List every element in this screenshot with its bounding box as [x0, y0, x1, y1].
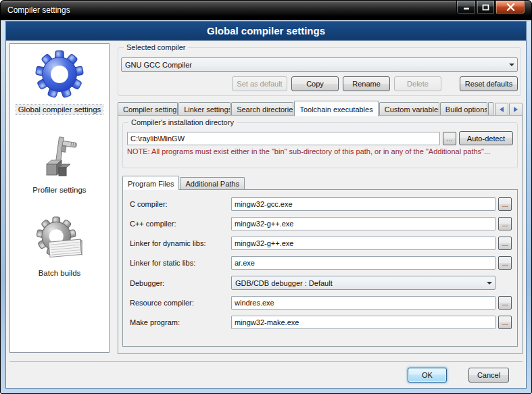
tab-custom-variables[interactable]: Custom variables: [379, 102, 439, 116]
sidebar-item-global-compiler-settings[interactable]: Global compiler settings: [10, 44, 109, 115]
browse-file-button[interactable]: ...: [498, 296, 512, 310]
browse-file-button[interactable]: ...: [498, 256, 512, 270]
field-label: Linker for static libs:: [130, 259, 231, 267]
note-text: NOTE: All programs must exist either in …: [127, 147, 513, 155]
arrow-left-icon: [499, 107, 504, 112]
compiler-settings-window: Compiler settings Global compiler settin…: [0, 0, 532, 394]
debugger-combobox[interactable]: GDB/CDB debugger : Default: [231, 276, 495, 290]
program-files-panel: C compiler: ... C++ compiler: ... Linker: [122, 189, 518, 347]
subtab-program-files[interactable]: Program Files: [122, 176, 179, 190]
tab-partial[interactable]: [488, 102, 493, 116]
tab-scroll-right-button[interactable]: [509, 103, 523, 116]
window-frame: Global compiler settings: [1, 20, 531, 393]
delete-button[interactable]: Delete: [394, 76, 441, 91]
static-linker-row: Linker for static libs: ...: [130, 256, 512, 270]
sidebar-item-label: Batch builds: [37, 268, 83, 278]
browse-file-button[interactable]: ...: [498, 197, 512, 211]
dynamic-linker-row: Linker for dynamic libs: ...: [130, 237, 512, 250]
browse-file-button[interactable]: ...: [498, 237, 512, 250]
browse-file-button[interactable]: ...: [498, 217, 512, 230]
chevron-down-icon: [506, 58, 517, 71]
gear-blue-icon: [35, 49, 84, 102]
dynamic-linker-input[interactable]: [231, 237, 495, 250]
set-as-default-button[interactable]: Set as default: [232, 76, 287, 91]
c-compiler-row: C compiler: ...: [130, 197, 512, 211]
c-compiler-input[interactable]: [231, 197, 495, 211]
field-label: C++ compiler:: [130, 220, 231, 228]
tab-scroll-left-button[interactable]: [495, 103, 508, 116]
group-label: Selected compiler: [124, 43, 188, 52]
group-label: Compiler's installation directory: [128, 118, 237, 127]
tab-linker-settings[interactable]: Linker settings: [178, 102, 231, 116]
close-button[interactable]: [495, 1, 525, 14]
tab-compiler-settings[interactable]: Compiler settings: [118, 102, 178, 116]
gear-batch-icon: [37, 216, 82, 266]
field-label: C compiler:: [130, 200, 231, 208]
installation-directory-input[interactable]: [127, 132, 440, 145]
compiler-settings-tabs: Compiler settings Linker settings Search…: [118, 100, 523, 116]
copy-button[interactable]: Copy: [291, 76, 339, 91]
field-label: Resource compiler:: [130, 299, 231, 307]
tab-toolchain-executables[interactable]: Toolchain executables: [294, 101, 378, 116]
tab-build-options[interactable]: Build options: [440, 102, 487, 116]
dialog-footer: OK Cancel: [9, 361, 523, 388]
maximize-icon: [482, 4, 489, 11]
subtab-additional-paths[interactable]: Additional Paths: [180, 177, 245, 189]
dialog-body: Global compiler settings: [5, 21, 527, 389]
debugger-row: Debugger: GDB/CDB debugger : Default: [130, 276, 512, 290]
program-tabs: Program Files Additional Paths: [122, 175, 522, 189]
window-controls: [456, 1, 525, 14]
reset-defaults-button[interactable]: Reset defaults: [460, 76, 518, 91]
maximize-button[interactable]: [477, 1, 495, 14]
field-label: Linker for dynamic libs:: [130, 239, 231, 247]
ok-button[interactable]: OK: [408, 368, 447, 383]
close-icon: [506, 3, 515, 11]
cancel-button[interactable]: Cancel: [468, 368, 509, 383]
settings-category-list: Global compiler settings: [9, 43, 110, 353]
field-label: Debugger:: [130, 279, 231, 287]
resource-compiler-row: Resource compiler: ...: [130, 296, 512, 310]
sidebar-item-batch-builds[interactable]: Batch builds: [10, 210, 109, 278]
cpp-compiler-input[interactable]: [231, 217, 495, 230]
minimize-button[interactable]: [456, 1, 476, 14]
dialog-content: Global compiler settings: [9, 43, 523, 360]
installation-directory-group: Compiler's installation directory ... Au…: [122, 122, 518, 168]
sidebar-item-label: Global compiler settings: [16, 105, 103, 114]
chevron-down-icon: [483, 276, 495, 289]
sidebar-item-label: Profiler settings: [30, 185, 88, 195]
toolchain-executables-panel: Compiler's installation directory ... Au…: [118, 115, 523, 354]
main-panel: Selected compiler GNU GCC Compiler Set a…: [118, 43, 523, 360]
make-program-row: Make program: ...: [130, 316, 512, 329]
tab-search-directories[interactable]: Search directories: [231, 102, 293, 116]
cpp-compiler-row: C++ compiler: ...: [130, 217, 512, 230]
sidebar-item-profiler-settings[interactable]: Profiler settings: [10, 130, 109, 195]
browse-directory-button[interactable]: ...: [443, 132, 456, 145]
debugger-value: GDB/CDB debugger : Default: [232, 279, 483, 287]
make-program-input[interactable]: [231, 316, 495, 329]
auto-detect-button[interactable]: Auto-detect: [459, 131, 513, 145]
selected-compiler-group: Selected compiler GNU GCC Compiler Set a…: [118, 47, 521, 96]
resource-compiler-input[interactable]: [231, 296, 495, 310]
browse-file-button[interactable]: ...: [498, 316, 512, 329]
arrow-right-icon: [513, 107, 518, 112]
titlebar: Compiler settings: [1, 1, 531, 20]
window-title: Compiler settings: [7, 1, 70, 20]
caliper-icon: [38, 135, 81, 182]
field-label: Make program:: [130, 318, 231, 326]
selected-compiler-value: GNU GCC Compiler: [122, 61, 506, 69]
rename-button[interactable]: Rename: [343, 76, 390, 91]
compiler-actions: Set as default Copy Rename Delete Reset …: [232, 76, 518, 91]
static-linker-input[interactable]: [231, 256, 495, 270]
selected-compiler-combobox[interactable]: GNU GCC Compiler: [121, 57, 518, 72]
page-title: Global compiler settings: [6, 22, 526, 41]
minimize-icon: [463, 4, 470, 10]
installation-directory-row: ... Auto-detect: [127, 131, 513, 145]
